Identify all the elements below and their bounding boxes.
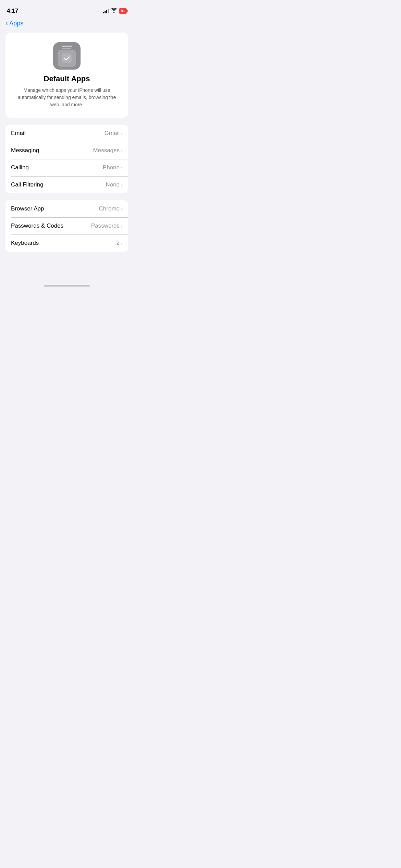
passwords-value: Passwords: [91, 222, 120, 229]
calling-row[interactable]: Calling Phone ›: [5, 159, 128, 176]
passwords-chevron-icon: ›: [121, 223, 123, 229]
status-time: 4:17: [7, 8, 18, 14]
email-value: Gmail: [105, 130, 120, 137]
keyboards-row[interactable]: Keyboards 2 ›: [5, 234, 128, 252]
browser-app-label: Browser App: [11, 205, 44, 212]
call-filtering-label: Call Filtering: [11, 181, 43, 188]
call-filtering-right: None ›: [106, 181, 123, 188]
svg-rect-0: [62, 53, 72, 63]
apps-group: Browser App Chrome › Passwords & Codes P…: [5, 200, 128, 252]
browser-app-row[interactable]: Browser App Chrome ›: [5, 200, 128, 217]
keyboards-right: 2 ›: [117, 240, 123, 246]
calling-value: Phone: [103, 164, 120, 171]
messaging-row[interactable]: Messaging Messages ›: [5, 142, 128, 159]
stack-lines-icon: [62, 46, 72, 49]
communications-group: Email Gmail › Messaging Messages › Calli…: [5, 125, 128, 193]
battery-level: 8+: [121, 9, 125, 13]
calling-chevron-icon: ›: [121, 165, 123, 171]
keyboards-chevron-icon: ›: [121, 240, 123, 246]
keyboards-label: Keyboards: [11, 240, 39, 246]
call-filtering-value: None: [106, 181, 120, 188]
checkmark-icon: [62, 53, 72, 63]
calling-label: Calling: [11, 164, 29, 171]
signal-bars-icon: [103, 9, 109, 13]
messaging-value: Messages: [93, 147, 120, 154]
email-row[interactable]: Email Gmail ›: [5, 125, 128, 142]
browser-app-value: Chrome: [99, 205, 120, 212]
browser-app-chevron-icon: ›: [121, 206, 123, 212]
back-button[interactable]: ‹ Apps: [0, 17, 134, 31]
messaging-right: Messages ›: [93, 147, 123, 154]
battery-icon: 8+: [119, 8, 127, 14]
hero-card: Default Apps Manage which apps your iPho…: [5, 33, 128, 118]
passwords-right: Passwords ›: [91, 222, 123, 229]
hero-description: Manage which apps your iPhone will use a…: [12, 87, 121, 108]
call-filtering-chevron-icon: ›: [121, 182, 123, 188]
status-bar: 4:17 8+: [0, 0, 134, 17]
home-indicator: [44, 285, 90, 287]
email-right: Gmail ›: [105, 130, 123, 137]
browser-app-right: Chrome ›: [99, 205, 123, 212]
call-filtering-row[interactable]: Call Filtering None ›: [5, 176, 128, 193]
email-label: Email: [11, 130, 26, 137]
wifi-icon: [111, 8, 117, 14]
keyboards-value: 2: [117, 240, 120, 246]
calling-right: Phone ›: [103, 164, 123, 171]
status-icons: 8+: [103, 8, 127, 14]
hero-title: Default Apps: [44, 74, 90, 83]
passwords-label: Passwords & Codes: [11, 222, 63, 229]
passwords-row[interactable]: Passwords & Codes Passwords ›: [5, 217, 128, 234]
back-label: Apps: [9, 20, 23, 27]
email-chevron-icon: ›: [121, 131, 123, 136]
messaging-chevron-icon: ›: [121, 148, 123, 154]
messaging-label: Messaging: [11, 147, 39, 154]
app-icon: [53, 42, 81, 70]
back-chevron-icon: ‹: [5, 20, 8, 27]
